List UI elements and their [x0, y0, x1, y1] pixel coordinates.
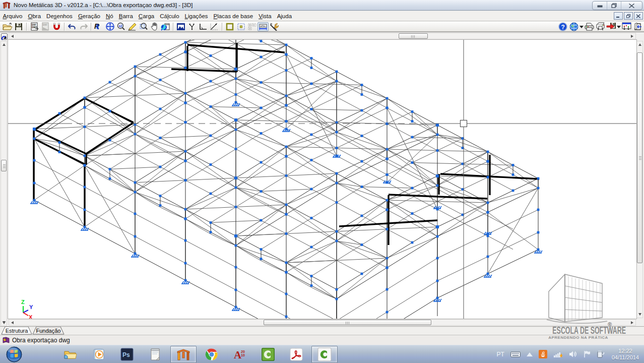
child-window-icon[interactable] — [1, 33, 8, 40]
taskbar-adobe-reader[interactable] — [283, 346, 309, 363]
close-button[interactable] — [621, 2, 642, 10]
right-scrollbar-up-arrow[interactable] — [638, 43, 641, 46]
measure-axes-icon[interactable] — [209, 22, 220, 31]
snap-grid-icon[interactable] — [246, 22, 257, 31]
taskbar-cype-metalicas-3d[interactable] — [170, 346, 197, 363]
clock[interactable]: 12:22 04/11/2014 — [612, 348, 639, 361]
menu-gera-o[interactable]: Geração — [75, 12, 103, 20]
menu-bar: ArquivoObraDesenhosGeraçãoNóBarraCargaCá… — [0, 11, 644, 21]
redraw-icon[interactable] — [160, 22, 171, 31]
taskbar-camtasia-recorder[interactable] — [255, 346, 281, 363]
views-icon[interactable] — [175, 22, 186, 31]
exit-icon[interactable] — [632, 22, 643, 31]
top-scrollbar-thumb[interactable] — [399, 33, 428, 39]
import-dxf-disabled-icon[interactable]: DXF — [40, 22, 51, 31]
menu-placas-de-base[interactable]: Placas de base — [211, 12, 256, 20]
toolbar-separator — [173, 23, 173, 31]
left-scrollbar-up-arrow[interactable] — [3, 43, 6, 46]
action-center-flag-icon[interactable] — [584, 350, 591, 358]
keyboard-icon[interactable] — [510, 351, 521, 358]
mdi-close-button[interactable] — [634, 12, 643, 20]
taskbar-autocad-2010[interactable]: A2010 — [227, 346, 253, 363]
network-icon[interactable] — [553, 350, 563, 358]
menu-ajuda[interactable]: Ajuda — [274, 12, 294, 20]
top-scrollbar-right-arrow[interactable] — [631, 35, 633, 38]
dimension-icon[interactable]: «=» — [257, 22, 269, 31]
status-bar: ? Obra exportaçao dwg — [0, 335, 644, 345]
zoom-window-icon[interactable] — [138, 22, 149, 31]
right-scrollbar-down-arrow[interactable] — [638, 313, 641, 316]
tab-estrutura[interactable]: Estrutura — [1, 327, 32, 335]
dropdown-arrow-icon[interactable] — [579, 22, 584, 31]
svg-text:Y: Y — [29, 304, 33, 310]
right-scrollbar[interactable] — [636, 41, 643, 318]
menu-carga[interactable]: Carga — [136, 12, 157, 20]
menu-desenhos[interactable]: Desenhos — [44, 12, 76, 20]
taskbar-windows-explorer[interactable] — [57, 346, 84, 363]
menu-obra[interactable]: Obra — [25, 12, 44, 20]
model-canvas[interactable]: ZYX — [8, 40, 636, 319]
zoom-extents-icon[interactable] — [104, 22, 115, 31]
orbit-3d-icon[interactable] — [186, 22, 198, 31]
svg-text:DXF: DXF — [43, 24, 47, 26]
bottom-scrollbar-left-arrow[interactable] — [11, 321, 14, 324]
mdi-minimize-button[interactable] — [614, 12, 623, 20]
edit-pencil-icon[interactable] — [126, 22, 138, 31]
restore-button[interactable] — [607, 2, 621, 10]
axes-indicator: ZYX — [21, 299, 33, 319]
menu-vista[interactable]: Vista — [256, 12, 274, 20]
magnet-icon[interactable] — [51, 22, 62, 31]
zoom-x2-icon[interactable]: x2 — [115, 22, 126, 31]
top-scrollbar[interactable] — [9, 33, 636, 39]
left-scrollbar-down-arrow[interactable] — [3, 322, 6, 324]
menu-arquivo[interactable]: Arquivo — [0, 12, 25, 20]
power-plug-icon[interactable] — [597, 350, 605, 358]
snap-dot-icon[interactable] — [235, 22, 246, 31]
bottom-scrollbar[interactable] — [9, 319, 636, 326]
open-icon[interactable] — [2, 22, 13, 31]
mdi-restore-button[interactable] — [624, 12, 633, 20]
redo-disabled-icon[interactable] — [78, 22, 89, 31]
java-update-icon[interactable] — [539, 350, 547, 358]
language-indicator[interactable]: PT — [496, 351, 504, 358]
top-scrollbar-left-arrow[interactable] — [11, 35, 14, 38]
zoom-previous-icon[interactable]: R — [93, 22, 104, 31]
app-icon — [3, 1, 11, 9]
pan-hand-icon[interactable] — [149, 22, 160, 31]
save-icon[interactable] — [13, 22, 24, 31]
dropdown-arrow-icon[interactable] — [617, 22, 621, 31]
taskbar-windows-media-player[interactable] — [86, 346, 112, 363]
minimize-button[interactable] — [593, 2, 607, 10]
window-title: Novo Metálicas 3D - v2012.a - [C:\...\Ob… — [14, 0, 192, 11]
web-globe-icon[interactable] — [568, 22, 579, 31]
menu-n-[interactable]: Nó — [103, 12, 116, 20]
left-scrollbar-thumb[interactable] — [1, 160, 7, 171]
taskbar-chrome[interactable] — [199, 346, 225, 363]
plotter-icon[interactable] — [595, 22, 606, 31]
tools-icon[interactable] — [269, 22, 280, 31]
menu-liga-es[interactable]: Ligações — [182, 12, 211, 20]
taskbar-camtasia-studio[interactable] — [311, 346, 338, 363]
volume-icon[interactable] — [569, 350, 577, 358]
export-save-icon[interactable] — [606, 22, 617, 31]
menu-c-lculo[interactable]: Cálculo — [157, 12, 182, 20]
taskbar-photoshop[interactable]: Ps — [114, 346, 140, 363]
export-dxf-icon[interactable]: DXFDWG — [29, 22, 40, 31]
left-scrollbar[interactable] — [1, 41, 7, 326]
print-icon[interactable] — [584, 22, 595, 31]
taskbar-notepad[interactable] — [142, 346, 168, 363]
bottom-scrollbar-thumb[interactable] — [264, 320, 431, 325]
svg-text:20: 20 — [241, 350, 245, 353]
show-hidden-icons-arrow[interactable] — [527, 352, 533, 356]
bottom-scrollbar-right-arrow[interactable] — [631, 321, 633, 324]
angle-icon[interactable] — [198, 22, 209, 31]
help-icon[interactable]: ? — [557, 22, 568, 31]
tab-fundacao[interactable]: Fundação — [32, 327, 65, 335]
start-button[interactable] — [1, 346, 27, 363]
frame-icon[interactable] — [224, 22, 235, 31]
taskbar: PsA2010 PT 12:22 04/11/2014 — [0, 345, 644, 363]
right-scrollbar-thumb[interactable] — [637, 52, 642, 263]
menu-barra[interactable]: Barra — [116, 12, 136, 20]
undo-icon[interactable] — [67, 22, 78, 31]
layout-windows-icon[interactable] — [621, 22, 632, 31]
